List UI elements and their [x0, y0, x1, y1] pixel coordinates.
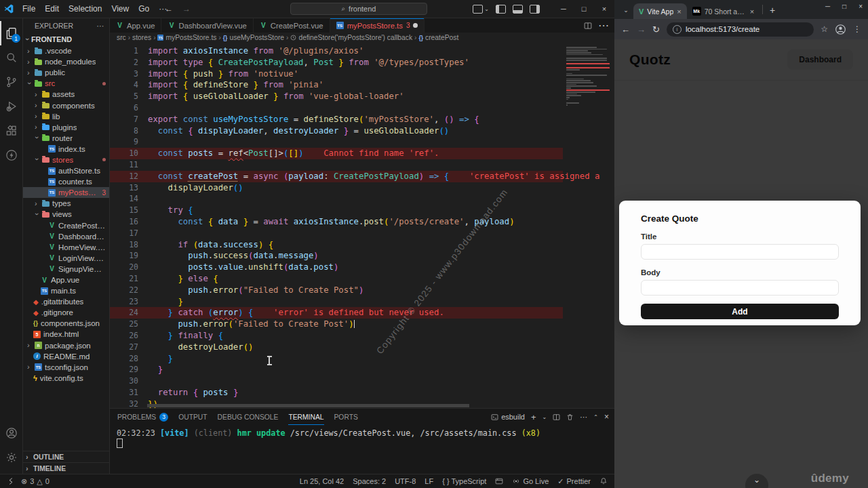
file-row-stores[interactable]: ›stores	[23, 155, 109, 165]
file-row-types[interactable]: ›types	[23, 198, 109, 209]
file-row-signupview-vue[interactable]: VSignupView.vue	[23, 264, 109, 274]
title-input[interactable]	[641, 244, 839, 260]
status-utf-8[interactable]: UTF-8	[395, 477, 416, 485]
file-row-package-json[interactable]: ›npackage.json	[23, 340, 109, 351]
menu-item-go[interactable]: Go	[134, 4, 154, 14]
browser-tab-70-short-and-si[interactable]: Mk70 Short and Si×	[687, 3, 760, 19]
customize-layout-icon[interactable]: ⌄	[473, 5, 489, 14]
file-row-components-json[interactable]: {}components.json	[23, 318, 109, 329]
activity-explorer-icon[interactable]: 1	[0, 21, 22, 45]
file-row-vite-config-ts[interactable]: ϟvite.config.ts	[23, 373, 109, 384]
profile-avatar-icon[interactable]	[835, 24, 846, 35]
file-row-router[interactable]: ›router	[23, 133, 109, 144]
remote-indicator-icon[interactable]	[7, 477, 15, 485]
file-row--gitignore[interactable]: ◆.gitignore	[23, 307, 109, 318]
terminal-dropdown-icon[interactable]: ⌄	[542, 414, 547, 420]
minimize-icon[interactable]: ─	[553, 0, 574, 18]
browser-maximize-icon[interactable]: □	[842, 3, 846, 10]
browser-back-icon[interactable]: ←	[621, 24, 630, 35]
workspace-root[interactable]: › FRONTEND	[23, 33, 109, 45]
terminal-output[interactable]: 02:32:23 [vite] (client) hmr update /src…	[110, 425, 614, 449]
file-row--vscode[interactable]: ›.vscode	[23, 45, 109, 56]
status-prettier[interactable]: ✓Prettier	[557, 477, 591, 486]
file-row-plugins[interactable]: ›plugins	[23, 122, 109, 133]
menu-item-view[interactable]: View	[106, 4, 134, 14]
file-row-lib[interactable]: ›lib	[23, 111, 109, 122]
activity-account-icon[interactable]	[0, 421, 22, 445]
breadcrumb-item[interactable]: {}useMyPostsStore	[223, 34, 284, 41]
new-tab-icon[interactable]: +	[766, 3, 779, 17]
explorer-more-icon[interactable]: ⋯	[97, 22, 104, 30]
activity-ext-icon[interactable]	[0, 119, 22, 143]
file-row-createpost-vue[interactable]: VCreatePost.vue	[23, 220, 109, 231]
close-icon[interactable]: ×	[594, 0, 614, 18]
status-go-live[interactable]: Go Live	[512, 477, 549, 485]
tab-close-icon[interactable]: ×	[677, 7, 681, 16]
menu-item-edit[interactable]: Edit	[40, 4, 64, 14]
back-icon[interactable]: ←	[165, 4, 173, 14]
activity-thunder-icon[interactable]	[0, 143, 22, 167]
split-terminal-icon[interactable]	[553, 413, 560, 421]
section-outline[interactable]: ›OUTLINE	[23, 451, 109, 462]
tab-close-icon[interactable]: ×	[750, 7, 754, 16]
code-editor[interactable]: Copyright © 2025 - www.p30download.com 1…	[110, 43, 614, 408]
address-bar[interactable]: i localhost:5173/create	[667, 22, 814, 37]
toggle-secondary-sidebar-icon[interactable]	[530, 5, 540, 14]
toggle-panel-icon[interactable]	[513, 5, 523, 14]
file-row-readme-md[interactable]: iREADME.md	[23, 351, 109, 362]
status-browser[interactable]	[495, 477, 503, 485]
close-panel-icon[interactable]: ×	[604, 412, 609, 422]
file-row-index-ts[interactable]: TSindex.ts	[23, 144, 109, 155]
forward-icon[interactable]: →	[182, 4, 191, 14]
maximize-icon[interactable]: □	[574, 0, 594, 18]
file-row-loginview-vue[interactable]: VLoginView.vue	[23, 253, 109, 264]
minimap[interactable]	[566, 47, 611, 106]
browser-forward-icon[interactable]: →	[637, 24, 646, 35]
panel-tab-ports[interactable]: PORTS	[334, 409, 358, 425]
file-row-src[interactable]: ›src	[23, 78, 109, 89]
file-row-assets[interactable]: ›assets	[23, 89, 109, 100]
status-bell[interactable]	[599, 477, 608, 485]
toggle-sidebar-icon[interactable]	[496, 5, 506, 14]
status-lf[interactable]: LF	[425, 477, 433, 485]
editor-more-icon[interactable]: ⋯	[598, 19, 609, 32]
problems-summary[interactable]: ⊗3 △0	[21, 477, 50, 486]
breadcrumb-item[interactable]: src	[117, 34, 126, 41]
new-terminal-icon[interactable]: +	[531, 412, 536, 422]
section-timeline[interactable]: ›TIMELINE	[23, 462, 109, 474]
breadcrumb[interactable]: src›stores›TSmyPostsStore.ts›{}useMyPost…	[110, 33, 614, 43]
file-row-homeview-vue[interactable]: VHomeView.vue	[23, 242, 109, 253]
editor-tab-app-vue[interactable]: VApp.vue	[110, 18, 161, 33]
activity-debug-icon[interactable]	[0, 94, 22, 119]
panel-more-icon[interactable]: ⋯	[580, 413, 587, 422]
file-row-public[interactable]: ›public	[23, 67, 109, 78]
file-row-tsconfig-json[interactable]: ›TStsconfig.json	[23, 362, 109, 373]
site-info-icon[interactable]: i	[673, 25, 682, 34]
file-row-main-ts[interactable]: TSmain.ts	[23, 285, 109, 296]
activity-gear-icon[interactable]	[0, 445, 22, 470]
file-row-app-vue[interactable]: VApp.vue	[23, 274, 109, 285]
browser-minimize-icon[interactable]: ─	[825, 3, 830, 10]
file-row--gitattributes[interactable]: ◆.gitattributes	[23, 296, 109, 307]
file-row-index-html[interactable]: 5index.html	[23, 329, 109, 340]
maximize-panel-icon[interactable]: ⌃	[593, 414, 598, 420]
command-center-search[interactable]: ⌕ frontend	[290, 3, 427, 15]
breadcrumb-item[interactable]: {}createPost	[418, 34, 458, 41]
menu-item-selection[interactable]: Selection	[64, 4, 106, 14]
breadcrumb-item[interactable]: TSmyPostsStore.ts	[157, 34, 216, 41]
status-----typescript[interactable]: { } TypeScript	[442, 477, 486, 485]
browser-close-icon[interactable]: ×	[859, 3, 863, 10]
browser-reload-icon[interactable]: ↻	[652, 24, 660, 35]
panel-tab-debug-console[interactable]: DEBUG CONSOLE	[218, 409, 279, 425]
editor-tab-createpost-vue[interactable]: VCreatePost.vue	[254, 18, 330, 33]
file-row-components[interactable]: ›components	[23, 100, 109, 110]
file-row-node-modules[interactable]: ›node_modules	[23, 56, 109, 67]
body-input[interactable]	[641, 280, 839, 296]
activity-search-icon[interactable]	[0, 45, 22, 70]
editor-tab-mypostsstore-ts[interactable]: TSmyPostsStore.ts3	[330, 18, 425, 33]
menu-item-file[interactable]: File	[18, 4, 40, 14]
terminal-instance[interactable]: esbuild	[491, 413, 525, 421]
editor-tab-dashboardview-vue[interactable]: VDashboardView.vue	[161, 18, 253, 33]
panel-tab-output[interactable]: OUTPUT	[178, 409, 207, 425]
browser-tab-vite-app[interactable]: VVite App×	[633, 3, 687, 19]
